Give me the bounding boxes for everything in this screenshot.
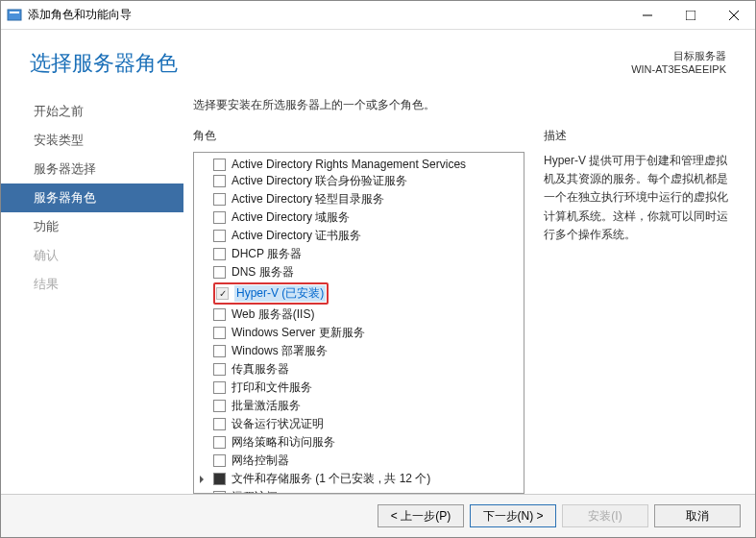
role-item-16[interactable]: 网络控制器 [196, 452, 522, 470]
close-button[interactable] [712, 1, 755, 29]
step-6[interactable]: 结果 [1, 270, 183, 299]
svg-rect-1 [10, 12, 19, 13]
role-item-5[interactable]: DHCP 服务器 [196, 245, 522, 263]
wizard-body: 开始之前安装类型服务器选择服务器角色功能确认结果 选择要安装在所选服务器上的一个… [1, 92, 755, 494]
role-label: Windows Server 更新服务 [232, 325, 365, 341]
step-2[interactable]: 服务器选择 [1, 155, 183, 183]
cancel-button[interactable]: 取消 [654, 504, 741, 527]
minimize-button[interactable] [625, 1, 669, 29]
role-checkbox[interactable] [213, 211, 226, 224]
role-item-10[interactable]: Windows 部署服务 [196, 342, 522, 360]
role-item-0[interactable]: Active Directory Rights Management Servi… [196, 157, 522, 172]
columns: 角色 Active Directory Rights Management Se… [193, 128, 736, 494]
install-button[interactable]: 安装(I) [562, 504, 648, 527]
role-label: Hyper-V (已安装) [234, 285, 326, 302]
target-label: 目标服务器 [631, 49, 726, 63]
wizard-footer: < 上一步(P) 下一步(N) > 安装(I) 取消 [1, 494, 755, 537]
step-5[interactable]: 确认 [1, 241, 183, 270]
role-item-2[interactable]: Active Directory 轻型目录服务 [196, 190, 522, 208]
role-checkbox[interactable] [213, 400, 226, 412]
role-item-7[interactable]: Hyper-V (已安装) [196, 281, 522, 306]
role-label: 设备运行状况证明 [232, 416, 324, 432]
role-label: Active Directory Rights Management Servi… [232, 158, 466, 171]
role-label: Active Directory 轻型目录服务 [232, 191, 384, 208]
role-label: 批量激活服务 [232, 398, 301, 414]
role-checkbox[interactable] [213, 327, 226, 339]
role-item-4[interactable]: Active Directory 证书服务 [196, 227, 522, 245]
instruction-text: 选择要安装在所选服务器上的一个或多个角色。 [193, 97, 736, 113]
role-checkbox[interactable] [213, 193, 226, 206]
role-checkbox[interactable] [213, 175, 226, 187]
roles-listbox[interactable]: Active Directory Rights Management Servi… [193, 152, 524, 494]
role-checkbox[interactable] [213, 454, 226, 467]
step-3[interactable]: 服务器角色 [1, 183, 183, 212]
role-checkbox[interactable] [216, 287, 229, 300]
steps-sidebar: 开始之前安装类型服务器选择服务器角色功能确认结果 [1, 92, 183, 494]
svg-rect-0 [8, 10, 21, 20]
roles-column: 角色 Active Directory Rights Management Se… [193, 128, 524, 494]
role-label: 打印和文件服务 [232, 379, 312, 396]
role-checkbox[interactable] [213, 266, 226, 279]
role-label: Windows 部署服务 [232, 343, 328, 359]
role-item-6[interactable]: DNS 服务器 [196, 263, 522, 281]
role-item-13[interactable]: 批量激活服务 [196, 397, 522, 415]
role-item-8[interactable]: Web 服务器(IIS) [196, 306, 522, 324]
role-item-12[interactable]: 打印和文件服务 [196, 379, 522, 397]
role-label: 网络控制器 [232, 452, 289, 469]
role-label: DNS 服务器 [232, 264, 294, 281]
role-label: Web 服务器(IIS) [232, 306, 314, 323]
role-item-1[interactable]: Active Directory 联合身份验证服务 [196, 172, 522, 190]
role-item-15[interactable]: 网络策略和访问服务 [196, 433, 522, 452]
role-label: 网络策略和访问服务 [232, 434, 335, 451]
step-0[interactable]: 开始之前 [1, 97, 183, 126]
role-checkbox[interactable] [213, 363, 226, 376]
role-checkbox[interactable] [213, 230, 226, 242]
role-label: 传真服务器 [232, 361, 289, 378]
description-label: 描述 [544, 128, 736, 144]
wizard-header: 选择服务器角色 目标服务器 WIN-AT3ESAEEIPK [1, 30, 755, 92]
role-label: DHCP 服务器 [232, 246, 302, 262]
role-item-9[interactable]: Windows Server 更新服务 [196, 324, 522, 342]
page-title: 选择服务器角色 [30, 49, 631, 78]
role-checkbox[interactable] [213, 159, 226, 171]
titlebar: 添加角色和功能向导 [1, 1, 755, 30]
description-text: Hyper-V 提供可用于创建和管理虚拟机及其资源的服务。每个虚拟机都是一个在独… [544, 152, 736, 244]
role-item-11[interactable]: 传真服务器 [196, 360, 522, 379]
window-controls [625, 1, 755, 29]
role-label: Active Directory 域服务 [232, 209, 350, 226]
app-icon [7, 8, 22, 23]
role-checkbox[interactable] [213, 308, 226, 321]
role-label: Active Directory 联合身份验证服务 [232, 173, 407, 189]
role-item-17[interactable]: 文件和存储服务 (1 个已安装 , 共 12 个) [196, 470, 522, 488]
main-panel: 选择要安装在所选服务器上的一个或多个角色。 角色 Active Director… [183, 92, 745, 494]
wizard-window: 添加角色和功能向导 选择服务器角色 目标服务器 WIN-AT3ESAEEIPK … [0, 0, 756, 538]
role-checkbox[interactable] [213, 473, 226, 485]
role-checkbox[interactable] [213, 381, 226, 394]
role-label: 文件和存储服务 (1 个已安装 , 共 12 个) [232, 471, 430, 487]
roles-label: 角色 [193, 128, 524, 144]
step-1[interactable]: 安装类型 [1, 126, 183, 155]
role-item-3[interactable]: Active Directory 域服务 [196, 208, 522, 227]
role-item-14[interactable]: 设备运行状况证明 [196, 415, 522, 433]
window-title: 添加角色和功能向导 [28, 7, 625, 23]
role-checkbox[interactable] [213, 418, 226, 430]
step-4[interactable]: 功能 [1, 212, 183, 241]
role-checkbox[interactable] [213, 248, 226, 260]
svg-rect-3 [686, 11, 695, 20]
role-checkbox[interactable] [213, 345, 226, 357]
target-server-box: 目标服务器 WIN-AT3ESAEEIPK [631, 49, 726, 75]
role-label: Active Directory 证书服务 [232, 228, 361, 244]
role-checkbox[interactable] [213, 436, 226, 449]
next-button[interactable]: 下一步(N) > [470, 504, 556, 527]
target-name: WIN-AT3ESAEEIPK [631, 63, 726, 75]
description-column: 描述 Hyper-V 提供可用于创建和管理虚拟机及其资源的服务。每个虚拟机都是一… [544, 128, 736, 494]
maximize-button[interactable] [669, 1, 712, 29]
previous-button[interactable]: < 上一步(P) [378, 504, 464, 527]
